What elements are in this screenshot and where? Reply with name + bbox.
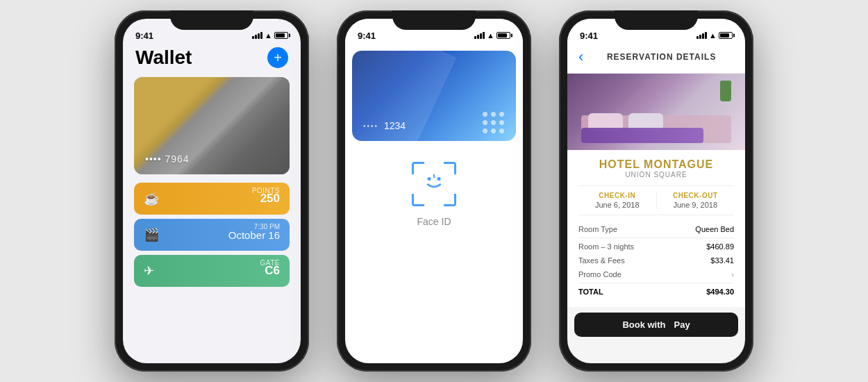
payment-card-dots: •••• 1234 bbox=[363, 120, 406, 131]
check-in-item: CHECK-IN June 6, 2018 bbox=[578, 192, 657, 209]
face-id-area: Face ID bbox=[412, 162, 456, 227]
pass-flight[interactable]: ✈ GATE C6 bbox=[134, 255, 290, 287]
check-in-date: June 6, 2018 bbox=[578, 201, 656, 209]
pass-flight-sub: GATE bbox=[260, 259, 280, 267]
card-last4: 1234 bbox=[384, 120, 406, 131]
book-label: Book with bbox=[622, 319, 665, 330]
flight-icon: ✈ bbox=[144, 263, 154, 279]
room-charge-row: Room – 3 nights $460.89 bbox=[578, 240, 734, 254]
taxes-row: Taxes & Fees $33.41 bbox=[578, 254, 734, 267]
battery-icon bbox=[274, 32, 288, 39]
wifi-icon-3: ▲ bbox=[709, 31, 717, 40]
svg-point-1 bbox=[437, 177, 441, 181]
status-bar-2: 9:41 ▲ bbox=[345, 19, 523, 44]
svg-point-0 bbox=[428, 177, 431, 181]
card-masked: •••• bbox=[363, 122, 378, 130]
check-out-date: June 9, 2018 bbox=[657, 201, 735, 209]
hotel-image bbox=[567, 74, 745, 150]
pass-movie-time: 7:30 PM bbox=[254, 223, 280, 231]
movie-icon: 🎬 bbox=[144, 227, 159, 242]
time-1: 9:41 bbox=[135, 31, 153, 41]
iphone-faceid: 9:41 ▲ •••• 1234 bbox=[337, 10, 531, 372]
divider-1 bbox=[578, 238, 734, 238]
battery-icon-3 bbox=[719, 32, 733, 39]
promo-chevron: › bbox=[731, 270, 734, 279]
wallet-title: Wallet bbox=[135, 47, 192, 69]
status-icons-3: ▲ bbox=[696, 31, 733, 40]
back-button[interactable]: ‹ bbox=[578, 48, 583, 66]
wallet-header: Wallet + bbox=[123, 44, 301, 77]
time-3: 9:41 bbox=[580, 31, 598, 41]
promo-label: Promo Code bbox=[578, 270, 621, 279]
reservation-header: ‹ RESERVATION DETAILS bbox=[567, 44, 745, 74]
hotel-location: UNION SQUARE bbox=[578, 171, 734, 178]
total-label: TOTAL bbox=[578, 288, 603, 296]
add-button[interactable]: + bbox=[267, 47, 288, 68]
total-value: $494.30 bbox=[706, 288, 734, 296]
passes-section: ☕ POINTS 250 🎬 7:30 PM October 16 ✈ GATE… bbox=[123, 174, 301, 287]
check-in-label: CHECK-IN bbox=[578, 192, 656, 199]
status-icons-2: ▲ bbox=[474, 31, 510, 40]
check-out-label: CHECK-OUT bbox=[657, 192, 735, 199]
card-number: •••• 7964 bbox=[145, 153, 190, 165]
book-button[interactable]: Book with Pay bbox=[574, 313, 738, 337]
face-id-screen: •••• 1234 bbox=[345, 44, 523, 227]
status-bar-1: 9:41 ▲ bbox=[123, 19, 301, 44]
signal-icon-3 bbox=[696, 32, 707, 39]
signal-icon bbox=[252, 32, 262, 39]
credit-card[interactable]: •••• 7964 bbox=[134, 77, 290, 174]
time-2: 9:41 bbox=[358, 31, 376, 41]
iphone-hotel: 9:41 ▲ ‹ RESERVATION DETAILS bbox=[559, 10, 753, 372]
battery-icon-2 bbox=[496, 32, 510, 39]
apple-pay-label: Pay bbox=[674, 319, 690, 330]
room-charge-value: $460.89 bbox=[706, 242, 734, 251]
checkin-row: CHECK-IN June 6, 2018 CHECK-OUT June 9, … bbox=[578, 185, 734, 215]
pass-coffee-sub: POINTS bbox=[252, 187, 280, 194]
taxes-value: $33.41 bbox=[710, 256, 734, 265]
status-bar-3: 9:41 ▲ bbox=[567, 19, 745, 44]
room-type-value: Queen Bed bbox=[695, 225, 734, 233]
pass-movie[interactable]: 🎬 7:30 PM October 16 bbox=[134, 219, 290, 251]
room-type-row: Room Type Queen Bed bbox=[578, 222, 734, 236]
face-id-label: Face ID bbox=[417, 216, 451, 227]
signal-icon-2 bbox=[474, 32, 485, 39]
hotel-name: HOTEL MONTAGUE bbox=[578, 158, 734, 171]
status-icons-1: ▲ bbox=[252, 31, 288, 40]
wifi-icon-2: ▲ bbox=[487, 31, 494, 40]
payment-card: •••• 1234 bbox=[352, 51, 516, 141]
pass-movie-label: October 16 bbox=[228, 229, 280, 241]
check-out-item: CHECK-OUT June 9, 2018 bbox=[657, 192, 735, 209]
iphone-wallet: 9:41 ▲ Wallet + •••• 7964 bbox=[115, 10, 309, 372]
face-smile bbox=[422, 173, 446, 196]
taxes-label: Taxes & Fees bbox=[578, 256, 625, 265]
promo-row[interactable]: Promo Code › bbox=[578, 267, 734, 281]
reservation-title: RESERVATION DETAILS bbox=[589, 52, 734, 62]
card-chip bbox=[483, 112, 505, 134]
face-id-icon bbox=[412, 162, 456, 206]
room-type-label: Room Type bbox=[578, 225, 617, 233]
wifi-icon: ▲ bbox=[265, 31, 272, 40]
coffee-icon: ☕ bbox=[144, 191, 159, 206]
card-stack: •••• 7964 bbox=[123, 77, 301, 174]
divider-2 bbox=[578, 283, 734, 283]
room-charge-label: Room – 3 nights bbox=[578, 242, 634, 251]
total-row: TOTAL $494.30 bbox=[578, 285, 734, 299]
pass-coffee[interactable]: ☕ POINTS 250 bbox=[134, 183, 290, 215]
hotel-info: HOTEL MONTAGUE UNION SQUARE CHECK-IN Jun… bbox=[567, 150, 745, 307]
